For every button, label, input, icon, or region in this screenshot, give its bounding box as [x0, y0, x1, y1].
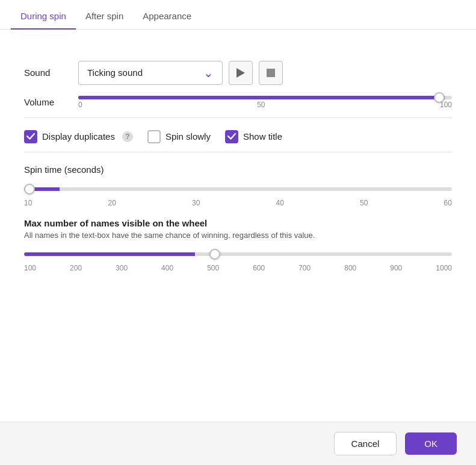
spin-time-tick-30: 30 — [192, 199, 200, 207]
divider-1 — [24, 117, 452, 118]
show-title-checkbox-item[interactable]: Show title — [225, 130, 282, 143]
volume-row: Volume 0 50 100 — [24, 96, 452, 109]
sound-selected-value: Ticking sound — [87, 67, 143, 78]
volume-label: Volume — [24, 97, 78, 107]
play-button[interactable] — [229, 61, 253, 85]
names-tick-400: 400 — [161, 264, 173, 272]
volume-slider-container: 0 50 100 — [78, 96, 452, 109]
divider-2 — [24, 152, 452, 152]
tab-appearance[interactable]: Appearance — [133, 4, 201, 30]
display-duplicates-label: Display duplicates — [42, 131, 115, 142]
display-duplicates-checkbox-item[interactable]: Display duplicates ? — [24, 130, 133, 143]
stop-button[interactable] — [259, 61, 283, 85]
tab-content: Sound Ticking sound ⌄ Volume — [0, 30, 476, 404]
volume-range-wrapper — [78, 96, 452, 99]
max-names-range-wrapper — [24, 246, 452, 263]
spin-time-tick-60: 60 — [444, 199, 452, 207]
checkboxes-row: Display duplicates ? Spin slowly Show ti… — [24, 130, 452, 143]
names-tick-600: 600 — [253, 264, 265, 272]
max-names-tick-labels: 100 200 300 400 500 600 700 800 900 1000 — [24, 264, 452, 272]
spin-time-range-wrapper — [24, 181, 452, 198]
sound-label: Sound — [24, 67, 78, 78]
tabs-bar: During spin After spin Appearance — [0, 0, 476, 30]
spin-slowly-checkbox-item[interactable]: Spin slowly — [147, 130, 211, 143]
names-tick-300: 300 — [116, 264, 128, 272]
spin-time-tick-20: 20 — [108, 199, 116, 207]
sound-controls: Ticking sound ⌄ — [78, 61, 283, 85]
names-tick-200: 200 — [70, 264, 82, 272]
spin-time-tick-50: 50 — [360, 199, 368, 207]
show-title-checkbox[interactable] — [225, 130, 238, 143]
max-names-section: Max number of names visible on the wheel… — [24, 218, 452, 272]
settings-dialog: During spin After spin Appearance Sound … — [0, 0, 476, 465]
show-title-label: Show title — [243, 131, 282, 142]
cancel-button[interactable]: Cancel — [334, 432, 397, 455]
spin-time-tick-10: 10 — [24, 199, 32, 207]
names-tick-900: 900 — [390, 264, 402, 272]
ok-button[interactable]: OK — [405, 432, 457, 455]
spin-time-tick-labels: 10 20 30 40 50 60 — [24, 199, 452, 207]
spin-slowly-checkbox[interactable] — [147, 130, 161, 143]
volume-slider[interactable] — [78, 96, 452, 99]
svg-marker-0 — [236, 68, 245, 78]
dialog-footer: Cancel OK — [0, 422, 476, 465]
spin-slowly-label: Spin slowly — [165, 131, 211, 142]
svg-rect-1 — [267, 69, 275, 77]
spin-time-section: Spin time (seconds) 10 20 30 40 50 60 — [24, 164, 452, 207]
chevron-down-icon: ⌄ — [203, 66, 214, 80]
names-tick-1000: 1000 — [436, 264, 452, 272]
names-tick-700: 700 — [298, 264, 311, 272]
max-names-title: Max number of names visible on the wheel — [24, 218, 452, 228]
spin-time-label: Spin time (seconds) — [24, 164, 452, 175]
sound-dropdown[interactable]: Ticking sound ⌄ — [78, 61, 223, 85]
names-tick-800: 800 — [344, 264, 356, 272]
display-duplicates-checkbox[interactable] — [24, 130, 37, 143]
tab-after-spin[interactable]: After spin — [76, 4, 133, 30]
tab-during-spin[interactable]: During spin — [11, 4, 76, 30]
spin-time-tick-40: 40 — [276, 199, 284, 207]
sound-row: Sound Ticking sound ⌄ — [24, 61, 452, 85]
names-tick-100: 100 — [24, 264, 36, 272]
max-names-slider[interactable] — [24, 252, 452, 256]
display-duplicates-help-icon[interactable]: ? — [122, 131, 133, 142]
names-tick-500: 500 — [207, 264, 219, 272]
spin-time-slider[interactable] — [24, 187, 452, 191]
max-names-description: All names in the text-box have the same … — [24, 231, 452, 240]
